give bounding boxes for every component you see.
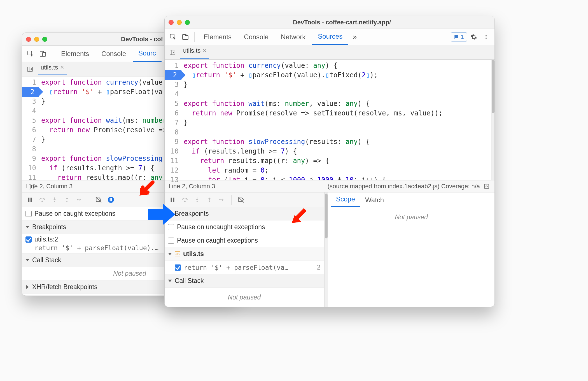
step-out-icon[interactable] [62,195,72,205]
tab-sources[interactable]: Sourc [133,46,162,62]
close-icon[interactable]: × [203,47,206,54]
tab-sources[interactable]: Sources [312,29,348,45]
svg-rect-12 [111,198,112,201]
source-map-link[interactable]: index.1ac4eab2.js [388,183,437,190]
svg-point-17 [486,36,486,37]
js-file-icon: JS [175,251,180,257]
statusline-expand-icon[interactable] [483,181,491,192]
line-gutter[interactable]: 123456789101112 [22,76,38,180]
code-area[interactable]: export function currency(value: ▯return … [38,76,169,180]
debugger-toolbar [165,192,324,207]
file-tab-utils[interactable]: utils.ts × [180,46,209,59]
breakpoints-section-header[interactable]: Breakpoints [165,207,324,220]
editor-statusline: Line 2, Column 3 (source mapped from ind… [165,180,494,192]
tab-scope[interactable]: Scope [331,192,360,207]
tab-console[interactable]: Console [96,46,132,62]
breakpoint-item[interactable]: return '$' + parseFloat(va… 2 [165,261,324,274]
svg-point-8 [66,201,67,202]
svg-point-24 [197,201,198,202]
device-toolbar-icon[interactable] [180,31,191,43]
svg-rect-20 [485,184,489,189]
close-window-icon[interactable] [169,20,174,25]
checkbox[interactable] [168,224,174,230]
callstack-empty: Not paused [165,288,324,307]
more-tabs-icon[interactable]: » [349,31,360,43]
close-window-icon[interactable] [26,37,31,42]
svg-point-18 [486,38,486,39]
pause-on-uncaught-row[interactable]: Pause on uncaught exceptions [165,220,324,234]
kebab-menu-icon[interactable] [480,31,492,43]
step-out-icon[interactable] [204,195,214,205]
deactivate-breakpoints-icon[interactable] [94,195,104,205]
close-icon[interactable]: × [60,64,64,71]
label: Pause on uncaught exceptions [177,223,265,231]
step-icon[interactable] [74,195,84,205]
statusline-right: (source mapped from index.1ac4eab2.js) C… [328,183,480,190]
pause-resume-icon[interactable] [167,195,178,205]
device-toolbar-icon[interactable] [37,48,48,59]
callstack-section-header[interactable]: Call Stack [165,274,324,288]
devtools-window-new: DevTools - coffee-cart.netlify.app/ Elem… [164,16,495,307]
label: Call Stack [32,256,61,264]
inspect-element-icon[interactable] [25,48,36,59]
file-tab-label: utils.ts [41,64,58,71]
breakpoint-file: utils.ts [183,250,204,258]
settings-icon[interactable] [468,31,479,43]
checkbox[interactable] [175,264,181,271]
inspect-element-icon[interactable] [167,31,179,43]
svg-point-26 [220,199,220,200]
svg-rect-19 [170,50,175,55]
svg-point-9 [77,199,78,200]
breakpoint-group-header[interactable]: JS utils.ts [165,247,324,261]
tab-watch[interactable]: Watch [360,193,389,207]
zoom-window-icon[interactable] [42,37,47,42]
minimize-window-icon[interactable] [177,20,182,25]
svg-point-23 [184,201,185,202]
file-tab-utils[interactable]: utils.ts × [38,63,67,75]
pause-on-caught-row[interactable]: Pause on caught exceptions [165,234,324,247]
svg-rect-5 [31,198,32,202]
label: Breakpoints [32,223,66,231]
separator [194,32,195,42]
checkbox[interactable] [168,238,174,244]
pause-on-exceptions-icon[interactable] [106,195,116,205]
tab-elements[interactable]: Elements [198,29,237,45]
chevron-down-icon [168,253,172,255]
scope-panel: Scope Watch Not paused [328,192,494,307]
separator [89,195,89,205]
checkbox[interactable] [25,236,32,243]
file-tab-label: utils.ts [183,47,200,54]
sidebar-scrollbar[interactable] [324,192,328,307]
scope-empty: Not paused [328,210,494,224]
line-gutter[interactable]: 12345678910111213 [165,60,181,180]
separator [52,49,52,59]
step-into-icon[interactable] [192,195,202,205]
separator [231,195,232,205]
deactivate-breakpoints-icon[interactable] [236,195,246,205]
step-icon[interactable] [217,195,227,205]
breakpoint-line: 2 [317,264,321,271]
breakpoint-code: return '$' + parseFloat(va… [184,264,288,271]
issues-badge[interactable]: 1 [451,32,467,41]
chevron-down-icon [25,259,29,261]
step-into-icon[interactable] [50,195,60,205]
chevron-down-icon [25,226,29,228]
tab-elements[interactable]: Elements [55,46,95,62]
tab-console[interactable]: Console [238,29,274,45]
titlebar: DevTools - coffee-cart.netlify.app/ [165,16,494,29]
tab-network[interactable]: Network [275,29,311,45]
pause-resume-icon[interactable] [25,195,35,205]
minimize-window-icon[interactable] [34,37,39,42]
code-area[interactable]: export function currency(value: any) { ▯… [181,60,491,180]
scope-tabs: Scope Watch [328,192,494,207]
badge-count: 1 [461,33,464,41]
navigator-toggle-icon[interactable] [24,64,36,75]
zoom-window-icon[interactable] [185,20,190,25]
step-over-icon[interactable] [37,195,47,205]
checkbox[interactable] [25,211,32,217]
traffic-lights [26,37,47,42]
scrollbar[interactable] [491,60,494,180]
navigator-toggle-icon[interactable] [167,47,178,58]
step-over-icon[interactable] [180,195,190,205]
source-editor[interactable]: 12345678910111213 export function curren… [165,60,494,180]
